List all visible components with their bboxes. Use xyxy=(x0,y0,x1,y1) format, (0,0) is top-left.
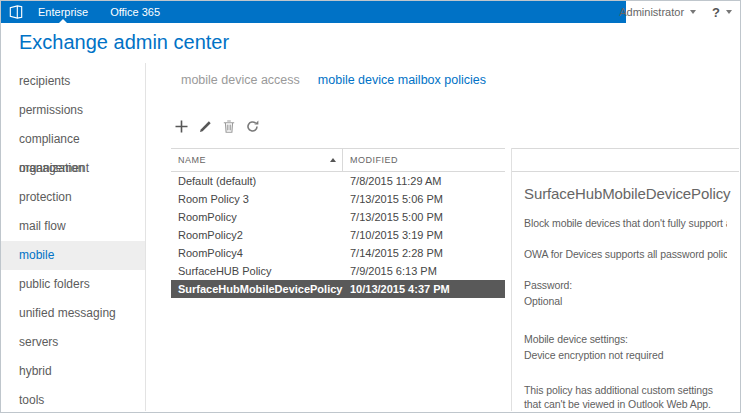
mobile-device-settings-label: Mobile device settings: xyxy=(524,333,727,345)
policy-modified: 7/10/2015 3:19 PM xyxy=(343,226,505,244)
exchange-admin-center-window: Enterprise Office 365 Administrator ? Ex… xyxy=(0,0,741,413)
add-icon xyxy=(175,119,188,137)
help-icon: ? xyxy=(712,5,720,20)
policy-description-line2: OWA for Devices supports all password po… xyxy=(524,248,727,260)
sidebar-item-mobile[interactable]: mobile xyxy=(1,241,145,270)
office-logo-icon xyxy=(9,5,23,19)
tab-office-365[interactable]: Office 365 xyxy=(106,1,164,23)
toolbar xyxy=(175,119,259,137)
sidebar-item-compliance-management[interactable]: compliance management xyxy=(1,125,145,154)
policy-modified: 7/13/2015 5:00 PM xyxy=(343,208,505,226)
chevron-down-icon xyxy=(690,10,696,14)
section-tabs: mobile device access mobile device mailb… xyxy=(181,73,486,87)
details-pane: SurfaceHubMobileDevicePolicy Block mobil… xyxy=(511,148,739,411)
custom-settings-note-text: This policy has additional custom settin… xyxy=(524,384,713,410)
custom-settings-note: This policy has additional custom settin… xyxy=(524,383,727,411)
sidebar-item-tools[interactable]: tools xyxy=(1,386,145,411)
sidebar-item-organization[interactable]: organization xyxy=(1,154,145,183)
device-encryption-value: Device encryption not required xyxy=(524,349,727,361)
sort-ascending-icon xyxy=(330,158,336,162)
top-bar: Enterprise Office 365 Administrator ? xyxy=(1,1,740,23)
policy-name: Room Policy 3 xyxy=(171,190,343,208)
policy-name: SurfaceHUB Policy xyxy=(171,262,343,280)
details-body: SurfaceHubMobileDevicePolicy Block mobil… xyxy=(512,185,739,411)
edit-icon xyxy=(199,119,212,137)
table-row[interactable]: RoomPolicy2 7/10/2015 3:19 PM xyxy=(171,226,505,244)
policy-modified: 7/13/2015 5:06 PM xyxy=(343,190,505,208)
table-row[interactable]: Default (default) 7/8/2015 11:29 AM xyxy=(171,172,505,190)
password-label: Password: xyxy=(524,279,727,291)
add-button[interactable] xyxy=(175,119,188,137)
refresh-button[interactable] xyxy=(246,119,259,137)
sidebar-item-mail-flow[interactable]: mail flow xyxy=(1,212,145,241)
refresh-icon xyxy=(246,119,259,137)
administrator-menu[interactable]: Administrator xyxy=(619,6,696,18)
tab-enterprise[interactable]: Enterprise xyxy=(34,1,92,23)
policy-detail-title: SurfaceHubMobileDevicePolicy xyxy=(524,185,727,202)
password-value: Optional xyxy=(524,295,727,307)
policy-name: RoomPolicy4 xyxy=(171,244,343,262)
sidebar-item-public-folders[interactable]: public folders xyxy=(1,270,145,299)
table-row[interactable]: Room Policy 3 7/13/2015 5:06 PM xyxy=(171,190,505,208)
top-bar-brand-area: Enterprise Office 365 xyxy=(1,1,626,23)
modified-column-header[interactable]: MODIFIED xyxy=(343,149,505,171)
table-row[interactable]: RoomPolicy 7/13/2015 5:00 PM xyxy=(171,208,505,226)
help-menu[interactable]: ? xyxy=(712,5,732,20)
policy-name: RoomPolicy2 xyxy=(171,226,343,244)
policy-modified: 7/9/2015 6:13 PM xyxy=(343,262,505,280)
name-column-header[interactable]: NAME xyxy=(171,149,343,171)
chevron-down-icon xyxy=(726,10,732,14)
active-tab-caret-icon xyxy=(59,19,67,23)
delete-button[interactable] xyxy=(223,119,235,137)
page-title: Exchange admin center xyxy=(19,31,229,54)
sidebar-item-unified-messaging[interactable]: unified messaging xyxy=(1,299,145,328)
table-row[interactable]: RoomPolicy4 7/14/2015 2:28 PM xyxy=(171,244,505,262)
administrator-menu-label: Administrator xyxy=(619,6,684,18)
sidebar-item-protection[interactable]: protection xyxy=(1,183,145,212)
edit-button[interactable] xyxy=(199,119,212,137)
details-header-strip xyxy=(512,148,739,172)
policies-list: NAME MODIFIED Default (default) 7/8/2015… xyxy=(171,148,505,298)
tab-enterprise-label: Enterprise xyxy=(38,6,88,18)
tab-mobile-device-mailbox-policies[interactable]: mobile device mailbox policies xyxy=(318,73,486,87)
sidebar-item-hybrid[interactable]: hybrid xyxy=(1,357,145,386)
tab-mobile-device-access[interactable]: mobile device access xyxy=(181,73,300,87)
top-bar-user-area: Administrator ? xyxy=(619,1,732,23)
policy-modified: 10/13/2015 4:37 PM xyxy=(343,280,505,298)
sidebar-item-servers[interactable]: servers xyxy=(1,328,145,357)
table-row-selected[interactable]: SurfaceHubMobileDevicePolicy 10/13/2015 … xyxy=(171,280,505,298)
delete-icon xyxy=(223,119,235,137)
name-column-label: NAME xyxy=(178,155,206,165)
policy-name: Default (default) xyxy=(171,172,343,190)
policy-modified: 7/14/2015 2:28 PM xyxy=(343,244,505,262)
sidebar-item-permissions[interactable]: permissions xyxy=(1,96,145,125)
tab-office-365-label: Office 365 xyxy=(110,6,160,18)
sidebar-item-recipients[interactable]: recipients xyxy=(1,67,145,96)
policy-description-line1: Block mobile devices that don't fully su… xyxy=(524,217,727,229)
table-row[interactable]: SurfaceHUB Policy 7/9/2015 6:13 PM xyxy=(171,262,505,280)
sidebar-nav: recipients permissions compliance manage… xyxy=(1,63,146,411)
modified-column-label: MODIFIED xyxy=(350,155,398,165)
list-header-row: NAME MODIFIED xyxy=(171,148,505,172)
main-content: mobile device access mobile device mailb… xyxy=(147,63,739,411)
policy-name: SurfaceHubMobileDevicePolicy xyxy=(171,280,343,298)
policy-modified: 7/8/2015 11:29 AM xyxy=(343,172,505,190)
policy-name: RoomPolicy xyxy=(171,208,343,226)
